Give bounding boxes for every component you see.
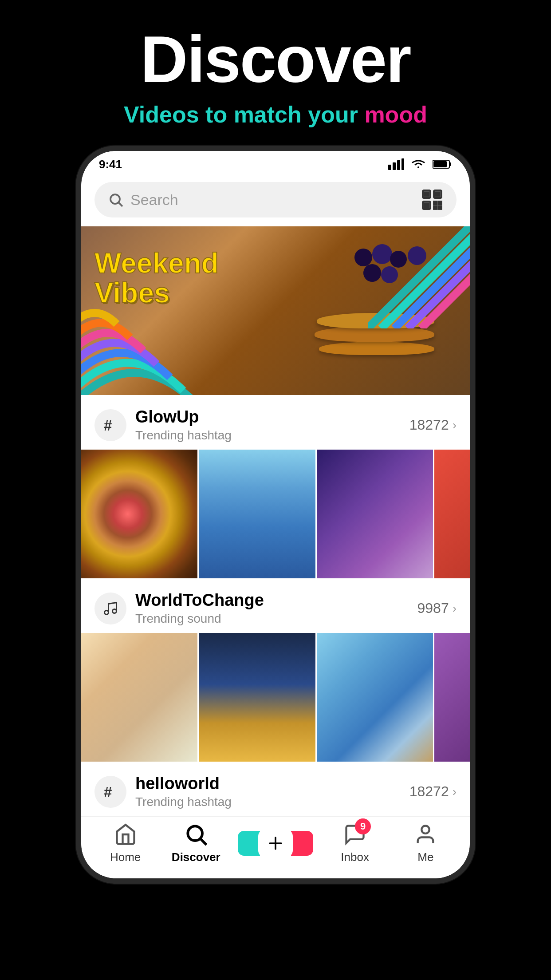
hashtag-icon-circle-2: # <box>94 776 126 808</box>
time: 9:41 <box>99 158 122 171</box>
nav-item-discover[interactable]: Discover <box>167 822 225 864</box>
glowup-type: Trending hashtag <box>135 428 409 443</box>
helloworld-type: Trending hashtag <box>135 795 409 809</box>
trending-helloworld[interactable]: # helloworld Trending hashtag 18272 › <box>81 762 470 816</box>
home-label: Home <box>110 850 141 864</box>
helloworld-name: helloworld <box>135 774 409 793</box>
svg-rect-6 <box>433 161 447 167</box>
nav-item-home[interactable]: Home <box>97 822 154 864</box>
worldtochange-info: WorldToChange Trending sound <box>135 591 417 626</box>
glowup-name: GlowUp <box>135 407 409 427</box>
svg-rect-5 <box>449 162 451 166</box>
add-btn-center[interactable] <box>258 829 293 858</box>
hero-title: Discover <box>0 27 551 92</box>
svg-rect-26 <box>269 842 282 844</box>
grid-image-colorful[interactable] <box>434 633 470 762</box>
banner[interactable]: Weekend Vibes <box>81 226 470 395</box>
home-icon <box>113 822 138 847</box>
worldtochange-type: Trending sound <box>135 612 417 626</box>
grid-image-basketball[interactable] <box>317 633 433 762</box>
banner-title: Weekend Vibes <box>94 249 219 308</box>
svg-rect-15 <box>434 202 437 204</box>
helloworld-info: helloworld Trending hashtag <box>135 774 409 809</box>
svg-point-27 <box>422 826 429 834</box>
me-icon <box>413 822 438 847</box>
svg-rect-2 <box>397 160 400 170</box>
svg-point-21 <box>113 609 117 613</box>
subtitle-prefix: Videos to match your <box>124 102 364 127</box>
nav-item-inbox[interactable]: 9 Inbox <box>326 822 384 864</box>
svg-rect-12 <box>425 192 428 196</box>
svg-rect-16 <box>439 202 441 204</box>
hashtag-icon-circle: # <box>94 409 126 441</box>
svg-text:#: # <box>104 417 112 433</box>
svg-rect-0 <box>388 165 391 170</box>
search-bar-container: Search <box>81 178 470 226</box>
svg-rect-3 <box>401 158 404 170</box>
grid-image-girl-red[interactable] <box>317 450 433 578</box>
music-icon <box>102 601 118 616</box>
worldtochange-image-grid[interactable] <box>81 633 470 762</box>
status-icons <box>388 158 452 170</box>
svg-line-24 <box>201 839 206 845</box>
wifi-icon <box>411 158 426 170</box>
svg-rect-18 <box>439 206 441 209</box>
hashtag-icon: # <box>102 417 118 433</box>
inbox-icon-wrapper: 9 <box>342 822 367 847</box>
rainbow-right <box>368 226 470 328</box>
svg-rect-1 <box>393 162 396 170</box>
grid-image-fashion[interactable] <box>199 633 315 762</box>
grid-image-cat[interactable] <box>81 633 197 762</box>
chevron-icon-2: › <box>453 601 457 616</box>
nav-item-me[interactable]: Me <box>397 822 454 864</box>
svg-rect-13 <box>436 192 439 196</box>
svg-line-8 <box>119 203 122 206</box>
battery-icon <box>433 159 452 169</box>
chevron-icon: › <box>453 418 457 432</box>
grid-image-girl-phone[interactable] <box>199 450 315 578</box>
add-btn-left <box>238 831 260 856</box>
bottom-nav: Home Discover <box>81 816 470 878</box>
glowup-info: GlowUp Trending hashtag <box>135 407 409 443</box>
hero-subtitle: Videos to match your mood <box>0 101 551 128</box>
search-bar[interactable]: Search <box>94 182 457 217</box>
me-label: Me <box>417 850 433 864</box>
phone-wrapper: 9:41 <box>76 146 475 884</box>
subtitle-mood: mood <box>364 102 427 127</box>
trending-glowup[interactable]: # GlowUp Trending hashtag 18272 › <box>81 395 470 450</box>
grid-image-makeup[interactable] <box>81 450 197 578</box>
chevron-icon-3: › <box>453 785 457 799</box>
phone-frame: 9:41 <box>76 146 475 884</box>
svg-rect-14 <box>425 203 428 207</box>
svg-point-23 <box>188 826 202 841</box>
svg-point-20 <box>105 610 109 614</box>
nav-item-add[interactable] <box>238 829 313 858</box>
svg-point-7 <box>110 194 120 204</box>
glowup-count: 18272 › <box>409 417 457 433</box>
search-placeholder[interactable]: Search <box>130 191 443 209</box>
add-btn-right <box>291 831 313 856</box>
discover-label: Discover <box>172 850 220 864</box>
inbox-badge: 9 <box>355 818 371 834</box>
phone-screen: 9:41 <box>81 151 470 878</box>
signal-icon <box>388 158 404 170</box>
helloworld-count: 18272 › <box>409 783 457 800</box>
grid-image-extra1[interactable] <box>434 450 470 578</box>
hashtag-icon-2: # <box>102 784 118 800</box>
worldtochange-count: 9987 › <box>417 600 457 616</box>
plus-icon <box>266 834 285 853</box>
hero-section: Discover Videos to match your mood <box>0 0 551 146</box>
banner-title-line1: Weekend <box>94 249 219 278</box>
inbox-label: Inbox <box>341 850 369 864</box>
glowup-image-grid[interactable] <box>81 450 470 578</box>
svg-rect-17 <box>434 206 437 209</box>
svg-text:#: # <box>104 784 112 800</box>
discover-icon <box>184 822 209 847</box>
banner-title-line2: Vibes <box>94 278 219 308</box>
trending-worldtochange[interactable]: WorldToChange Trending sound 9987 › <box>81 578 470 633</box>
worldtochange-name: WorldToChange <box>135 591 417 610</box>
status-bar: 9:41 <box>81 151 470 178</box>
music-icon-circle <box>94 593 126 624</box>
qr-icon[interactable] <box>421 189 443 211</box>
search-icon <box>108 192 124 208</box>
